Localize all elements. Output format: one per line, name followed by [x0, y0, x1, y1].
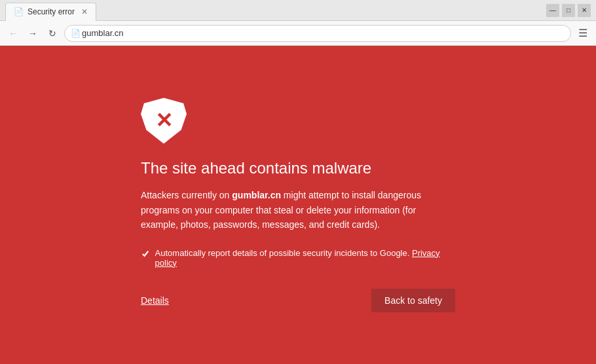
report-checkbox-row: Automatically report details of possible…	[141, 248, 455, 268]
url-bar-wrap: 📄	[64, 25, 571, 42]
description-before: Attackers currently on	[141, 190, 232, 200]
action-row: Details Back to safety	[141, 289, 455, 312]
tab-label: Security error	[28, 7, 75, 16]
maximize-button[interactable]: □	[562, 4, 575, 17]
title-bar: 📄 Security error ✕ — □ ✕	[0, 0, 596, 21]
tab-close-button[interactable]: ✕	[81, 7, 88, 16]
details-link[interactable]: Details	[141, 295, 169, 306]
checkbox-label: Automatically report details of possible…	[155, 248, 455, 268]
url-input[interactable]	[64, 25, 571, 42]
close-button[interactable]: ✕	[578, 4, 591, 17]
error-description: Attackers currently on gumblar.cn might …	[141, 188, 455, 232]
browser-window: 📄 Security error ✕ — □ ✕ ← → ↻ 📄 ☰ ✕ The…	[0, 0, 596, 364]
address-bar: ← → ↻ 📄 ☰	[0, 21, 596, 46]
report-checkbox[interactable]	[141, 249, 150, 259]
window-controls: — □ ✕	[546, 4, 591, 17]
forward-nav-button[interactable]: →	[25, 26, 41, 41]
refresh-button[interactable]: ↻	[45, 26, 60, 41]
back-to-safety-button[interactable]: Back to safety	[371, 289, 455, 312]
menu-button[interactable]: ☰	[575, 26, 591, 41]
back-nav-button[interactable]: ←	[5, 26, 21, 41]
tab-page-icon: 📄	[14, 7, 24, 16]
page-content: ✕ The site ahead contains malware Attack…	[0, 46, 596, 364]
x-icon: ✕	[155, 110, 173, 131]
error-title: The site ahead contains malware	[141, 159, 455, 177]
url-page-icon: 📄	[71, 29, 81, 38]
error-container: ✕ The site ahead contains malware Attack…	[128, 84, 468, 325]
browser-tab[interactable]: 📄 Security error ✕	[5, 3, 96, 21]
malware-domain: gumblar.cn	[232, 190, 281, 200]
shield-error-icon: ✕	[141, 98, 187, 143]
minimize-button[interactable]: —	[546, 4, 559, 17]
